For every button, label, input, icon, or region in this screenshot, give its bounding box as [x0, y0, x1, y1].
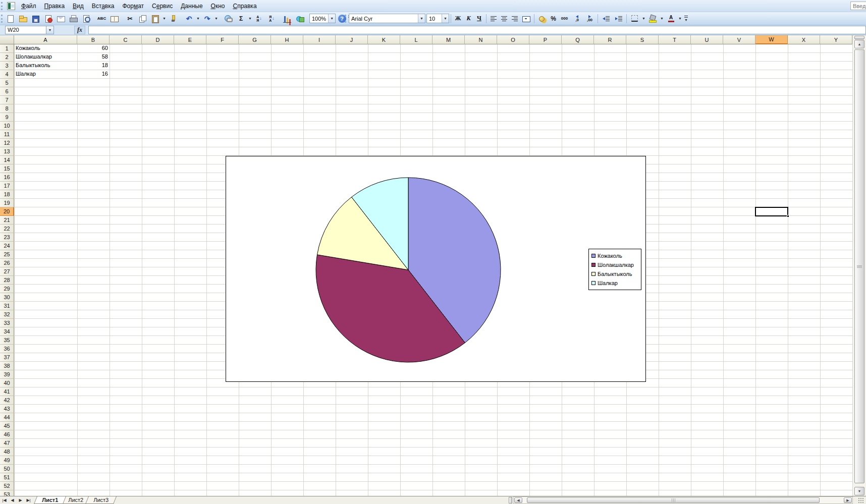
row-header-48[interactable]: 48 — [0, 447, 14, 456]
menu-edit[interactable]: Правка — [40, 1, 69, 11]
row-header-24[interactable]: 24 — [0, 242, 14, 250]
undo-dropdown[interactable]: ▼ — [195, 13, 201, 24]
column-header-H[interactable]: H — [271, 35, 303, 44]
cell-B1[interactable]: 60 — [77, 45, 108, 51]
cell-B3[interactable]: 18 — [77, 62, 108, 68]
column-header-K[interactable]: K — [368, 35, 400, 44]
menu-window[interactable]: Окно — [207, 1, 229, 11]
help-button[interactable]: ? — [336, 13, 348, 24]
insert-function-button[interactable]: fx — [74, 26, 85, 34]
column-header-W[interactable]: W — [755, 35, 788, 44]
row-header-19[interactable]: 19 — [0, 199, 14, 207]
menu-help[interactable]: Справка — [229, 1, 260, 11]
font-color-button[interactable]: А — [665, 13, 677, 24]
spelling-button[interactable]: ABC — [96, 13, 108, 24]
cell-B4[interactable]: 16 — [77, 71, 108, 77]
sheet-row-4[interactable]: Шалкар16 — [14, 70, 852, 79]
undo-button[interactable]: ↶ — [183, 13, 195, 24]
row-header-53[interactable]: 53 — [0, 490, 14, 496]
sheet-row-43[interactable] — [14, 405, 852, 413]
column-header-T[interactable]: T — [659, 35, 691, 44]
menu-data[interactable]: Данные — [177, 1, 206, 11]
row-header-38[interactable]: 38 — [0, 362, 14, 370]
menu-format[interactable]: Формат — [118, 1, 148, 11]
align-center-button[interactable] — [499, 13, 509, 24]
row-header-15[interactable]: 15 — [0, 164, 14, 173]
sheet-row-41[interactable] — [14, 387, 852, 396]
ask-question-box[interactable]: Введ — [850, 2, 866, 10]
redo-dropdown[interactable]: ▼ — [213, 13, 219, 24]
row-header-41[interactable]: 41 — [0, 387, 14, 396]
sheet-row-52[interactable] — [14, 482, 852, 490]
sheet-row-9[interactable] — [14, 113, 852, 122]
toolbar-options-button[interactable]: ▼ — [683, 13, 689, 24]
last-sheet-button[interactable]: ▶| — [25, 497, 32, 504]
formula-input[interactable] — [88, 26, 866, 34]
row-header-46[interactable]: 46 — [0, 430, 14, 439]
row-header-42[interactable]: 42 — [0, 396, 14, 405]
sheet-row-11[interactable] — [14, 130, 852, 139]
zoom-dropdown[interactable]: ▼ — [328, 14, 335, 23]
sheet-tab-Лист1[interactable]: Лист1 — [34, 496, 66, 504]
column-header-R[interactable]: R — [594, 35, 626, 44]
sheet-row-3[interactable]: Балыктыколь18 — [14, 62, 852, 70]
paste-button[interactable] — [149, 13, 161, 24]
row-header-49[interactable]: 49 — [0, 456, 14, 465]
row-header-6[interactable]: 6 — [0, 87, 14, 96]
column-header-B[interactable]: B — [77, 35, 110, 44]
font-color-dropdown[interactable]: ▼ — [677, 13, 683, 24]
new-document-button[interactable] — [5, 13, 17, 24]
column-header-V[interactable]: V — [723, 35, 755, 44]
previous-sheet-button[interactable]: ◀ — [9, 497, 16, 504]
name-box[interactable]: W20 — [5, 26, 46, 34]
column-header-G[interactable]: G — [239, 35, 271, 44]
row-header-1[interactable]: 1 — [0, 44, 14, 53]
zoom-combo[interactable]: 100% ▼ — [309, 14, 336, 23]
row-header-16[interactable]: 16 — [0, 173, 14, 182]
italic-button[interactable]: К — [464, 13, 474, 24]
column-header-Q[interactable]: Q — [562, 35, 594, 44]
column-header-C[interactable]: C — [110, 35, 142, 44]
next-sheet-button[interactable]: ▶ — [17, 497, 24, 504]
pie-chart-object[interactable]: КожакольШолакшалкарБалыктыкольШалкар — [226, 156, 646, 382]
row-header-29[interactable]: 29 — [0, 285, 14, 293]
row-header-7[interactable]: 7 — [0, 96, 14, 104]
sheet-row-45[interactable] — [14, 422, 852, 430]
fill-color-button[interactable] — [647, 13, 659, 24]
percent-style-button[interactable]: % — [549, 13, 558, 24]
row-header-11[interactable]: 11 — [0, 130, 14, 139]
column-header-E[interactable]: E — [174, 35, 206, 44]
row-header-3[interactable]: 3 — [0, 62, 14, 70]
row-header-14[interactable]: 14 — [0, 156, 14, 164]
row-header-22[interactable]: 22 — [0, 225, 14, 233]
column-header-L[interactable]: L — [400, 35, 432, 44]
row-header-20[interactable]: 20 — [0, 207, 14, 216]
column-header-J[interactable]: J — [336, 35, 368, 44]
row-header-10[interactable]: 10 — [0, 122, 14, 130]
row-header-8[interactable]: 8 — [0, 104, 14, 113]
row-header-37[interactable]: 37 — [0, 353, 14, 362]
row-header-51[interactable]: 51 — [0, 473, 14, 482]
sheet-row-13[interactable] — [14, 147, 852, 156]
sheet-row-1[interactable]: Кожаколь60 — [14, 44, 852, 53]
sheet-row-12[interactable] — [14, 139, 852, 147]
menu-insert[interactable]: Вставка — [88, 1, 119, 11]
row-header-4[interactable]: 4 — [0, 70, 14, 79]
copy-button[interactable] — [137, 13, 149, 24]
column-header-I[interactable]: I — [303, 35, 336, 44]
row-header-23[interactable]: 23 — [0, 233, 14, 242]
sheet-row-46[interactable] — [14, 430, 852, 439]
chart-legend[interactable]: КожакольШолакшалкарБалыктыкольШалкар — [588, 249, 641, 290]
row-header-44[interactable]: 44 — [0, 413, 14, 422]
sheet-tab-Лист3[interactable]: Лист3 — [85, 496, 117, 504]
open-button[interactable] — [17, 13, 29, 24]
increase-indent-button[interactable] — [613, 13, 625, 24]
row-header-31[interactable]: 31 — [0, 302, 14, 310]
scroll-down-button[interactable]: ▼ — [854, 487, 864, 495]
research-button[interactable] — [109, 13, 121, 24]
sheet-row-7[interactable] — [14, 96, 852, 104]
row-header-21[interactable]: 21 — [0, 216, 14, 225]
menu-file[interactable]: Файл — [17, 1, 40, 11]
scroll-left-button[interactable]: ◀ — [514, 497, 522, 503]
row-header-33[interactable]: 33 — [0, 319, 14, 327]
